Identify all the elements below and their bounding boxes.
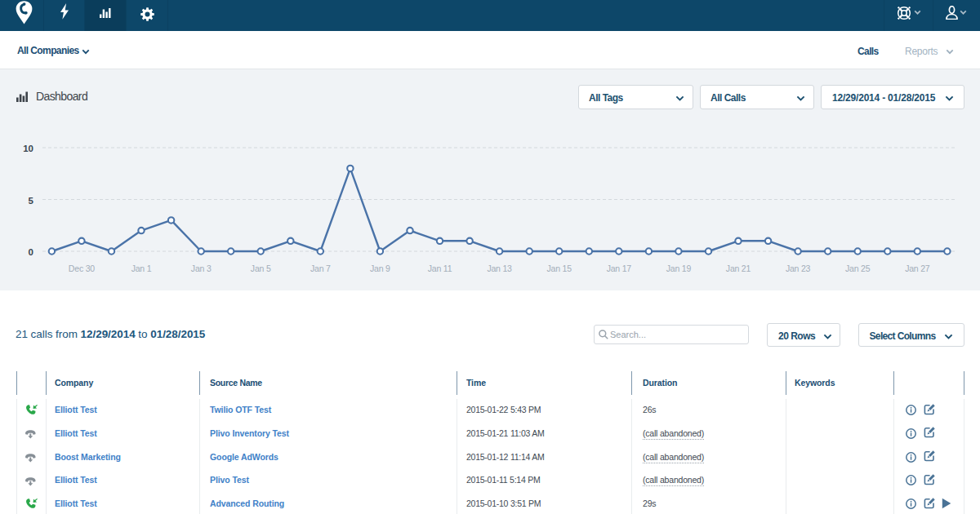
svg-text:5: 5: [29, 196, 34, 206]
svg-text:Jan 19: Jan 19: [666, 264, 692, 273]
svg-text:Jan 23: Jan 23: [786, 264, 811, 273]
svg-text:Jan 7: Jan 7: [310, 264, 331, 273]
svg-text:Jan 11: Jan 11: [428, 264, 452, 273]
svg-text:Jan 25: Jan 25: [845, 264, 871, 273]
svg-text:10: 10: [23, 144, 33, 153]
svg-text:Jan 13: Jan 13: [487, 264, 512, 273]
svg-text:0: 0: [29, 247, 33, 257]
svg-text:Jan 1: Jan 1: [131, 264, 152, 273]
svg-text:Jan 5: Jan 5: [251, 264, 271, 273]
svg-text:Jan 3: Jan 3: [191, 264, 212, 273]
svg-text:Dec 30: Dec 30: [69, 264, 95, 273]
svg-text:Jan 27: Jan 27: [905, 264, 930, 273]
svg-text:Jan 9: Jan 9: [370, 264, 390, 273]
svg-text:Jan 15: Jan 15: [547, 264, 572, 273]
svg-text:Jan 17: Jan 17: [607, 264, 632, 273]
svg-text:Jan 21: Jan 21: [726, 264, 751, 273]
